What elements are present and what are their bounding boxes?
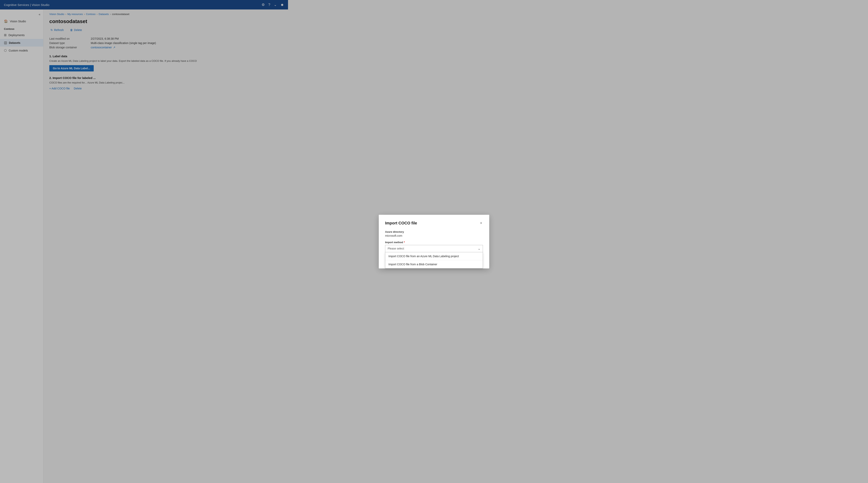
modal-overlay[interactable]: Import COCO file × Azure directory micro… [0, 0, 288, 483]
